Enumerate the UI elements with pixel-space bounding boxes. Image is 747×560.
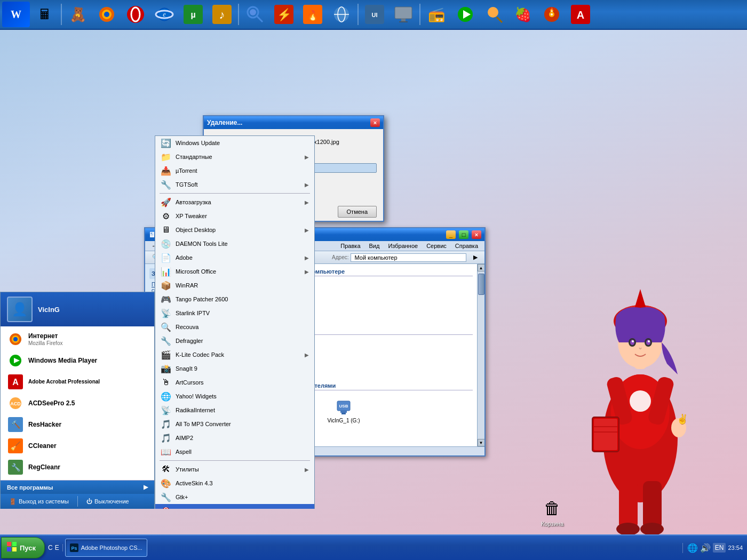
- prog-utils[interactable]: 🛠 Утилиты ▶: [155, 462, 314, 476]
- search-icon[interactable]: [241, 2, 269, 27]
- scroll-thumb[interactable]: [478, 274, 484, 295]
- svg-rect-39: [643, 481, 662, 529]
- address-bar[interactable]: [351, 253, 466, 262]
- taskbar-c-label[interactable]: C: [48, 544, 53, 551]
- firefox-icon[interactable]: [93, 2, 121, 27]
- pinned-regcleanr[interactable]: 🔧 RegCleanr: [1, 457, 154, 478]
- pinned-ccleaner[interactable]: 🧹 CCleaner: [1, 435, 154, 457]
- pinned-internet[interactable]: Интернет Mozilla Firefox: [1, 329, 154, 350]
- tgtsoft-icon: 🔧: [161, 179, 171, 190]
- shutdown-button[interactable]: ⏻ Выключение: [82, 497, 133, 506]
- prog-windows-update[interactable]: 🔄 Windows Update: [155, 136, 314, 150]
- logout-label: Выход из системы: [19, 498, 69, 505]
- taskbar-e-label[interactable]: E: [55, 544, 59, 551]
- tray-language[interactable]: EN: [713, 543, 726, 553]
- address-label: Адрес:: [332, 254, 348, 260]
- prog-tgtsoft[interactable]: 🔧 TGTSoft ▶: [155, 178, 314, 191]
- all-programs-button[interactable]: Все программы ▶: [1, 481, 154, 494]
- separator-prog-2: [160, 460, 310, 461]
- prog-adobe[interactable]: 📄 Adobe ▶: [155, 251, 314, 265]
- prog-autoload[interactable]: 🚀 Автозагрузка ▶: [155, 195, 314, 209]
- vertical-scrollbar[interactable]: ▲ ▼: [477, 264, 484, 446]
- prog-recouva[interactable]: 🔍 Recouva: [155, 320, 314, 334]
- pinned-reshacker[interactable]: 🔨 ResHacker: [1, 414, 154, 435]
- svg-text:µ: µ: [190, 10, 195, 19]
- svg-text:A: A: [577, 9, 584, 21]
- strawberry-icon[interactable]: 🍓: [509, 2, 537, 27]
- recycle-bin[interactable]: 🗑 Корзина: [539, 497, 566, 529]
- logout-icon: 🚪: [9, 498, 17, 505]
- prog-winrar[interactable]: 📦 WinRAR: [155, 278, 314, 292]
- acrobat-top-icon[interactable]: A: [567, 2, 594, 27]
- winamp-icon[interactable]: ♪: [208, 2, 236, 27]
- prog-standard[interactable]: 📁 Стандартные ▶: [155, 150, 314, 164]
- menu-favorites[interactable]: Избранное: [384, 242, 422, 250]
- prog-klite[interactable]: 🎬 K-Lite Codec Pack ▶: [155, 348, 314, 362]
- calculator-icon[interactable]: 🖩: [31, 2, 59, 27]
- doll-icon[interactable]: 🧸: [64, 2, 92, 27]
- cancel-button[interactable]: Отмена: [338, 206, 377, 218]
- prog-aimp2[interactable]: 🎵 AIMP2: [155, 431, 314, 445]
- logout-button[interactable]: 🚪 Выход из системы: [5, 497, 73, 507]
- globe-icon[interactable]: [328, 2, 355, 27]
- ie-icon[interactable]: e: [150, 2, 178, 27]
- tray-clock[interactable]: 23:54: [728, 544, 743, 551]
- start-button[interactable]: Пуск: [1, 537, 45, 558]
- prog-activeskin[interactable]: 🎨 ActiveSkin 4.3: [155, 476, 314, 490]
- prog-tango[interactable]: 🎮 Tango Patcher 2600: [155, 292, 314, 306]
- pinned-wmp[interactable]: Windows Media Player: [1, 350, 154, 371]
- usb-g-icon[interactable]: USB VicInG_1 (G:): [322, 395, 365, 431]
- scroll-up[interactable]: ▲: [478, 264, 485, 271]
- pinned-acrobat[interactable]: A Adobe Acrobat Professional: [1, 371, 154, 393]
- ultraiso-icon[interactable]: UI: [361, 2, 388, 27]
- prog-snagit[interactable]: 📸 SnagIt 9: [155, 362, 314, 375]
- tray-speaker-icon[interactable]: 🔊: [700, 543, 711, 553]
- pinned-acdsee[interactable]: ACD ACDSeePro 2.5: [1, 393, 154, 414]
- shutdown-icon: ⏻: [86, 498, 92, 505]
- flash-icon[interactable]: ⚡: [270, 2, 298, 27]
- prog-mp3conv[interactable]: 🎵 All To MP3 Converter: [155, 417, 314, 431]
- daemon-icon[interactable]: 🔥: [299, 2, 327, 27]
- menu-help[interactable]: Справка: [451, 242, 482, 250]
- go-button[interactable]: ▶: [468, 252, 482, 262]
- opera-icon[interactable]: [122, 2, 149, 27]
- user-avatar: 👤: [7, 297, 33, 322]
- objdesktop-arrow: ▶: [305, 227, 309, 233]
- cdburn-icon[interactable]: 🔥: [538, 2, 566, 27]
- radio-icon[interactable]: 📻: [423, 2, 450, 27]
- prog-msoffice[interactable]: 📊 Microsoft Office ▶: [155, 265, 314, 278]
- taskbar-photoshop-label: Adobe Photoshop CS...: [81, 545, 142, 551]
- prog-daemon[interactable]: 💿 DAEMON Tools Lite: [155, 237, 314, 251]
- media-play-icon[interactable]: [451, 2, 479, 27]
- anime-character: ✌: [544, 108, 736, 534]
- maximize-button[interactable]: □: [459, 230, 468, 239]
- prog-aspell[interactable]: 📖 Aspell: [155, 445, 314, 459]
- svg-text:🔥: 🔥: [549, 7, 554, 12]
- prog-xptweaker[interactable]: ⚙ XP Tweaker: [155, 209, 314, 223]
- klite-icon: 🎬: [161, 349, 171, 360]
- prog-starlink[interactable]: 📡 Starlink IPTV: [155, 306, 314, 320]
- tray-network-icon[interactable]: 🌐: [687, 543, 698, 553]
- word-icon[interactable]: W: [2, 2, 30, 27]
- prog-utorrent[interactable]: 📥 µTorrent: [155, 164, 314, 178]
- prog-objdesktop[interactable]: 🖥 Object Desktop ▶: [155, 223, 314, 237]
- utils-icon: 🛠: [161, 464, 171, 475]
- prog-radikal[interactable]: 📡 RadikalInternet: [155, 403, 314, 417]
- scroll-down[interactable]: ▼: [478, 439, 485, 446]
- prog-defrag[interactable]: 🔧 Defraggler: [155, 334, 314, 348]
- minimize-button[interactable]: _: [446, 230, 456, 239]
- taskbar-photoshop[interactable]: Ps Adobe Photoshop CS...: [65, 539, 147, 557]
- dialog-close-button[interactable]: ×: [370, 118, 380, 127]
- prog-gtk[interactable]: 🔧 Gtk+: [155, 490, 314, 504]
- acdsee-search-icon[interactable]: [480, 2, 508, 27]
- desktop2-icon[interactable]: [390, 2, 417, 27]
- utorrent-icon[interactable]: µ: [179, 2, 207, 27]
- menu-view[interactable]: Вид: [365, 242, 384, 250]
- menu-service[interactable]: Сервис: [422, 242, 451, 250]
- prog-opera[interactable]: Opera: [155, 504, 314, 509]
- close-button[interactable]: ×: [472, 230, 481, 239]
- prog-yahoo[interactable]: 🌐 Yahoo! Widgets: [155, 389, 314, 403]
- svg-text:🔧: 🔧: [11, 463, 21, 472]
- menu-edit[interactable]: Правка: [336, 242, 364, 250]
- prog-artcursors[interactable]: 🖱 ArtCursors: [155, 375, 314, 389]
